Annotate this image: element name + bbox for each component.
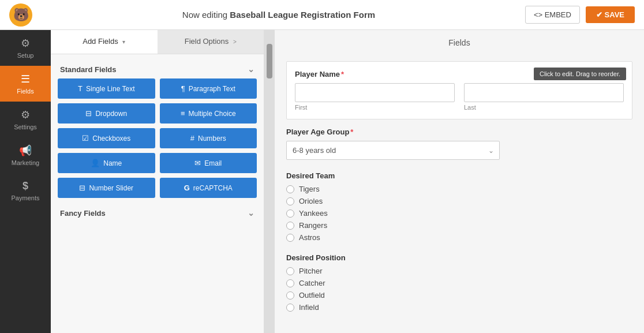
radio-circle-orioles [286,197,294,205]
scroll-thumb[interactable] [267,44,272,78]
panel-scroll-area: Standard Fields ⌄ T Single Line Text ¶ P… [51,54,264,333]
settings-icon: ⚙ [21,108,30,121]
field-btn-multiple-choice[interactable]: ≡ Multiple Choice [160,103,257,124]
setup-icon: ⚙ [21,37,30,50]
sidebar-item-payments[interactable]: $ Payments [0,173,51,208]
radio-circle-outfield [286,291,294,300]
radio-outfield[interactable]: Outfield [286,291,632,300]
radio-circle-astros [286,234,294,242]
radio-rangers[interactable]: Rangers [286,221,632,230]
sidebar-item-label-payments: Payments [12,194,40,201]
scroll-divider [264,30,275,333]
first-name-sublabel: First [295,104,455,111]
radio-infield[interactable]: Infield [286,303,632,312]
sidebar-item-label-marketing: Marketing [12,159,39,166]
field-btn-single-line-text[interactable]: T Single Line Text [58,78,155,99]
form-field-player-name[interactable]: ⎘ ✕ Player Name * First [286,61,632,119]
field-btn-name[interactable]: 👤 Name [58,153,155,173]
edit-tooltip: Click to edit. Drag to reorder. [534,68,626,80]
age-group-select-wrapper: 6-8 years old 9-11 years old 12-14 years… [286,141,500,160]
main-layout: ⚙ Setup ☰ Fields ⚙ Settings 📢 Marketing … [0,30,644,333]
single-line-text-icon: T [78,84,83,93]
standard-fields-grid: T Single Line Text ¶ Paragraph Text ⊟ Dr… [58,78,257,198]
field-btn-email[interactable]: ✉ Email [160,153,257,173]
sidebar-item-label-settings: Settings [14,124,37,130]
sidebar-item-setup[interactable]: ⚙ Setup [0,30,51,66]
radio-catcher[interactable]: Catcher [286,279,632,287]
header-title: Now editing Baseball League Registration… [182,10,375,20]
form-area: Fields ⎘ ✕ Player Name * Fir [275,30,644,333]
fields-panel: Add Fields ▾ Field Options > Standard Fi… [51,30,264,333]
last-name-sublabel: Last [464,104,624,111]
add-fields-chevron: ▾ [122,39,125,45]
fancy-fields-label: Fancy Fields [60,209,106,218]
sidebar-item-marketing[interactable]: 📢 Marketing [0,137,51,173]
field-btn-dropdown[interactable]: ⊟ Dropdown [58,103,155,124]
field-btn-checkboxes[interactable]: ☑ Checkboxes [58,128,155,148]
radio-astros[interactable]: Astros [286,233,632,242]
player-last-name-group: Last [464,83,624,111]
header-actions: <> EMBED ✔ SAVE [525,6,635,24]
desired-position-radio-group: Pitcher Catcher Outfield Infield [286,267,632,312]
paragraph-text-icon: ¶ [181,84,185,93]
name-icon: 👤 [91,159,100,167]
fancy-fields-chevron: ⌄ [248,208,254,218]
tab-field-options[interactable]: Field Options > [158,30,264,54]
sidebar-item-settings[interactable]: ⚙ Settings [0,102,51,137]
player-age-group-label: Player Age Group * [286,128,632,136]
form-field-desired-position: Desired Position Pitcher Catcher [286,253,632,312]
form-area-header: Fields [275,30,644,52]
standard-fields-chevron: ⌄ [248,65,254,74]
radio-circle-rangers [286,222,294,230]
embed-button[interactable]: <> EMBED [525,6,580,24]
desired-position-label: Desired Position [286,253,632,262]
player-first-name-input[interactable] [295,83,455,102]
field-btn-paragraph-text[interactable]: ¶ Paragraph Text [160,78,257,99]
radio-circle-infield [286,304,294,312]
field-btn-numbers[interactable]: # Numbers [160,128,257,148]
tab-add-fields[interactable]: Add Fields ▾ [51,30,158,54]
player-first-name-group: First [295,83,455,111]
standard-fields-label: Standard Fields [60,65,117,74]
radio-circle-catcher [286,279,294,287]
fancy-fields-section-header[interactable]: Fancy Fields ⌄ [58,204,257,222]
standard-fields-section-header[interactable]: Standard Fields ⌄ [58,60,257,78]
desired-team-label: Desired Team [286,171,632,180]
multiple-choice-icon: ≡ [181,109,185,118]
recaptcha-icon: G [184,184,190,192]
radio-yankees[interactable]: Yankees [286,209,632,218]
player-name-inputs: First Last [295,83,624,111]
app-container: 🐻 Now editing Baseball League Registrati… [0,0,644,333]
sidebar-item-fields[interactable]: ☰ Fields [0,66,51,102]
field-btn-number-slider[interactable]: ⊟ Number Slider [58,178,155,198]
radio-tigers[interactable]: Tigers [286,185,632,193]
radio-orioles[interactable]: Orioles [286,197,632,205]
radio-circle-pitcher [286,267,294,275]
save-button[interactable]: ✔ SAVE [586,6,635,23]
sidebar-item-label-fields: Fields [17,88,33,95]
radio-pitcher[interactable]: Pitcher [286,267,632,275]
logo-bear: 🐻 [9,3,32,27]
radio-circle-yankees [286,209,294,218]
numbers-icon: # [190,134,194,143]
number-slider-icon: ⊟ [79,184,85,192]
player-name-required: * [341,70,344,78]
logo-area: 🐻 [9,3,32,27]
form-field-desired-team: Desired Team Tigers Orioles [286,171,632,242]
form-content: ⎘ ✕ Player Name * First [275,52,644,332]
payments-icon: $ [23,180,28,192]
email-icon: ✉ [194,159,201,167]
player-age-group-required: * [350,128,353,136]
marketing-icon: 📢 [19,144,32,157]
fields-icon: ☰ [21,73,30,85]
form-field-player-age-group: Player Age Group * 6-8 years old 9-11 ye… [286,128,632,160]
desired-team-radio-group: Tigers Orioles Yankees Rangers [286,185,632,242]
field-btn-recaptcha[interactable]: G reCAPTCHA [160,178,257,198]
checkboxes-icon: ☑ [82,134,89,143]
age-group-select[interactable]: 6-8 years old 9-11 years old 12-14 years… [286,141,500,160]
field-options-chevron: > [233,39,237,45]
player-last-name-input[interactable] [464,83,624,102]
sidebar-item-label-setup: Setup [17,52,34,59]
radio-circle-tigers [286,185,294,193]
top-header: 🐻 Now editing Baseball League Registrati… [0,0,644,30]
